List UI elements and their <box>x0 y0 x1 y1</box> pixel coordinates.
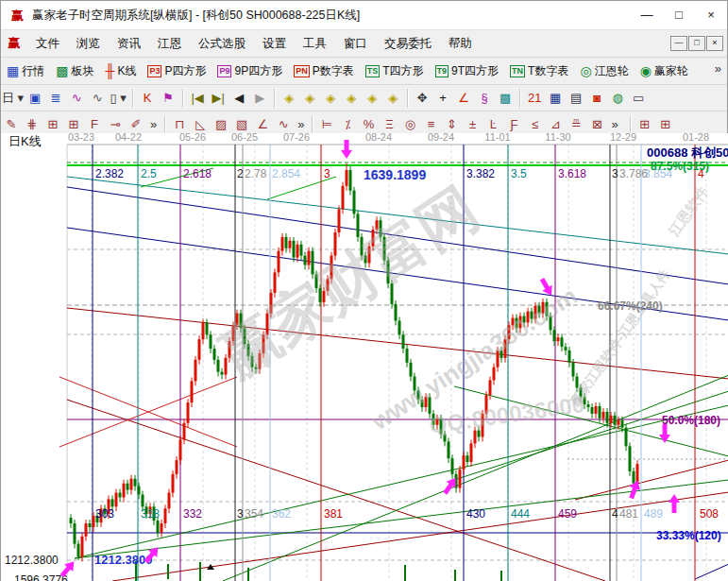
draw-tool-1-4-button[interactable]: ∠ <box>253 115 272 134</box>
mini-chart-3-button[interactable]: ∿ <box>67 89 86 108</box>
menu-item-江恩[interactable]: 江恩 <box>149 32 190 56</box>
bar-style-selector-button[interactable]: ▯ ▾ <box>109 89 127 108</box>
draw-tool-0-6-button[interactable]: ✐ <box>127 115 145 134</box>
nav-first-button[interactable]: |◀ <box>188 89 207 108</box>
menu-item-设置[interactable]: 设置 <box>254 32 295 56</box>
kline-label: K线 <box>117 63 136 79</box>
expand-horizontal-button[interactable]: ◈ <box>321 89 340 108</box>
angle-tool-button[interactable]: ∠ <box>454 89 473 108</box>
gann-k-tool-button[interactable]: K <box>138 89 157 108</box>
draw-tool-2-9-button[interactable]: Ƒ <box>504 115 523 134</box>
candle-body <box>625 428 628 447</box>
draw-tool-0-2-button[interactable]: ⊞ <box>43 115 62 134</box>
nav-next-button[interactable]: ▶ <box>250 89 269 108</box>
printer-button[interactable]: ▭ <box>629 89 648 108</box>
draw-tool-2-10-button[interactable]: ≤ <box>525 115 544 134</box>
draw-tool-3-1-button[interactable]: ⊞ <box>656 115 675 134</box>
tool-kline[interactable]: ╫K线 <box>102 62 139 80</box>
window-overlap-button[interactable]: ▣ <box>25 89 44 108</box>
tool-t-digit-table[interactable]: TNT数字表 <box>507 62 571 80</box>
mdi-restore-button[interactable]: □ <box>688 36 705 51</box>
draw-tool-0-1-button[interactable]: ⋕ <box>23 115 42 134</box>
close-button[interactable]: × <box>695 2 727 28</box>
draw-tool-1-0-button[interactable]: ⊓ <box>170 115 189 134</box>
list-view-button[interactable]: ≣ <box>46 89 65 108</box>
draw-tool-2-4-button[interactable]: ◎ <box>400 115 419 134</box>
notepad-button[interactable]: ▤ <box>567 89 585 108</box>
mini-chart-9-button[interactable]: ∿ <box>88 89 107 108</box>
signal-arrow-icon <box>669 494 680 513</box>
menu-item-资讯[interactable]: 资讯 <box>109 32 149 56</box>
price-square-label: 2.854 <box>272 167 300 180</box>
crosshair-tool-button[interactable]: + <box>433 89 452 108</box>
draw-tool-2-3-button[interactable]: Ξ <box>380 115 398 134</box>
calendar-button[interactable]: 21 <box>525 89 544 108</box>
menu-item-交易委托[interactable]: 交易委托 <box>376 32 440 56</box>
chart-area[interactable]: 03-2304-2205-2606-2507-2608-2409-2411-01… <box>1 133 728 581</box>
expand-vertical-button[interactable]: ◈ <box>363 89 381 108</box>
tool-9p-square[interactable]: P99P四方形 <box>214 62 285 80</box>
toolbar-overflow-chevron[interactable]: » <box>715 61 721 76</box>
draw-tool-0-4-button[interactable]: F <box>85 115 104 134</box>
tool-sectors[interactable]: ▩板块 <box>53 62 96 80</box>
draw-tool-2-6-button[interactable]: ⇕ <box>442 115 461 134</box>
draw-group-overflow-chevron[interactable]: » <box>150 117 157 131</box>
draw-tool-2-0-button[interactable]: ⊨ <box>317 115 336 134</box>
tool-winner-wheel[interactable]: ◉赢家轮 <box>637 62 691 80</box>
draw-tool-2-5-button[interactable]: ≡ <box>421 115 440 134</box>
draw-tool-0-3-button[interactable]: ⊞ <box>64 115 83 134</box>
compress-horizontal-button[interactable]: ◈ <box>342 89 361 108</box>
draw-tool-2-7-button[interactable]: ± <box>463 115 482 134</box>
tool-p-square[interactable]: P3P四方形 <box>144 62 209 80</box>
draw-tool-2-12-button[interactable]: ≞ <box>567 115 585 134</box>
maximize-button[interactable]: □ <box>663 2 695 28</box>
mdi-close-button[interactable]: × <box>706 36 723 51</box>
p-square-label: P四方形 <box>164 63 206 79</box>
hand-tool-button[interactable]: ✥ <box>413 89 432 108</box>
draw-tool-3-0-button[interactable]: ⊞ <box>635 115 654 134</box>
draw-tool-1-1-button[interactable]: ◺ <box>191 115 210 134</box>
minimize-button[interactable]: — <box>631 2 663 28</box>
candle-body <box>595 406 598 414</box>
draw-tool-1-3-button[interactable]: ▧ <box>232 115 251 134</box>
period-selector-button[interactable]: 日 ▾ <box>2 89 24 108</box>
brain-tool-button[interactable]: ▩ <box>496 89 515 108</box>
tool-p-digit-table[interactable]: PNP数字表 <box>291 62 357 80</box>
draw-tool-2-8-button[interactable]: Ŀ <box>483 115 502 134</box>
nav-prev-button[interactable]: ◀ <box>229 89 248 108</box>
tool-gann-wheel[interactable]: ◎江恩轮 <box>577 62 631 80</box>
mdi-minimize-button[interactable]: — <box>670 36 687 51</box>
nav-last-button[interactable]: ▶| <box>209 89 228 108</box>
tool-9t-square[interactable]: T99T四方形 <box>432 62 502 80</box>
jump-left-button[interactable]: ◈ <box>279 89 298 108</box>
fit-all-button[interactable]: ◈ <box>383 89 402 108</box>
tool-quotes[interactable]: ▦行情 <box>4 62 47 80</box>
pattern-tool-button[interactable]: § <box>475 89 494 108</box>
menu-item-公式选股[interactable]: 公式选股 <box>190 32 254 56</box>
kline-chart[interactable]: 03-2304-2205-2606-2507-2608-2409-2411-01… <box>1 133 728 581</box>
draw-group-overflow-chevron[interactable]: » <box>611 117 618 131</box>
draw-tool-0-0-button[interactable]: ✎ <box>2 115 21 134</box>
quotes-icon: ▦ <box>7 63 19 78</box>
menu-item-工具[interactable]: 工具 <box>295 32 335 56</box>
draw-group-overflow-chevron[interactable]: » <box>297 117 304 131</box>
menu-item-浏览[interactable]: 浏览 <box>68 32 109 56</box>
color-flag-chart-button[interactable]: ⚑ <box>159 89 178 108</box>
menu-item-窗口[interactable]: 窗口 <box>335 32 376 56</box>
network-button[interactable]: ◍ <box>608 89 627 108</box>
draw-tool-2-13-button[interactable]: ⊠ <box>587 115 606 134</box>
draw-tool-1-2-button[interactable]: ▨ <box>212 115 230 134</box>
calculator-button[interactable]: ▦ <box>546 89 565 108</box>
jump-right-button[interactable]: ◈ <box>300 89 319 108</box>
draw-tool-2-2-button[interactable]: % <box>359 115 378 134</box>
menu-item-帮助[interactable]: 帮助 <box>440 32 481 56</box>
save-button[interactable]: ◙ <box>587 89 606 108</box>
time-count-label: 508 <box>700 507 719 521</box>
draw-tool-1-5-button[interactable]: ∿ <box>274 115 293 134</box>
draw-tool-2-1-button[interactable]: ⁒ <box>338 115 357 134</box>
tool-t-square[interactable]: TST四方形 <box>363 62 427 80</box>
menu-item-文件[interactable]: 文件 <box>27 32 68 56</box>
draw-tool-2-11-button[interactable]: ⊿ <box>546 115 565 134</box>
draw-tool-0-5-button[interactable]: ⊸ <box>106 115 125 134</box>
time-count-label: 381 <box>324 507 343 521</box>
